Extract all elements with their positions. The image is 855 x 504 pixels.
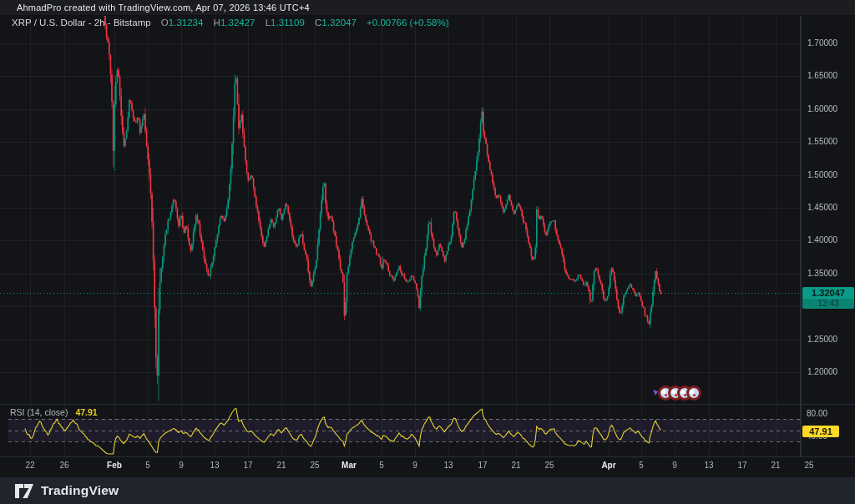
time-tick: 17 bbox=[478, 461, 487, 470]
tradingview-logo-icon[interactable] bbox=[15, 484, 33, 498]
emoji-stickers-group[interactable] bbox=[651, 384, 701, 404]
attribution-bar: AhmadPro created with TradingView.com, A… bbox=[0, 0, 855, 16]
time-tick: 25 bbox=[804, 461, 813, 470]
price-tick: 1.55000 bbox=[807, 137, 837, 146]
exchange[interactable]: Bitstamp bbox=[114, 18, 151, 28]
price-tick: 1.50000 bbox=[807, 170, 837, 179]
time-tick: 5 bbox=[639, 461, 644, 470]
last-price-label: 1.32047 13:43 bbox=[802, 287, 854, 309]
tradingview-brand-text[interactable]: TradingView bbox=[41, 483, 119, 498]
bar-countdown: 13:43 bbox=[802, 299, 854, 309]
time-tick: 13 bbox=[443, 461, 453, 470]
time-tick: 5 bbox=[145, 461, 150, 470]
time-tick: 17 bbox=[243, 461, 252, 470]
price-tick: 1.20000 bbox=[807, 367, 837, 376]
last-price-value: 1.32047 bbox=[802, 287, 854, 299]
price-tick: 1.70000 bbox=[807, 38, 837, 48]
change-value: +0.00766 (+0.58%) bbox=[367, 18, 448, 28]
time-tick-month: Feb bbox=[107, 461, 122, 470]
time-axis[interactable]: 2226Feb5913172125Mar5913172125Apr5913172… bbox=[0, 456, 801, 478]
rsi-params: (14, close) bbox=[27, 407, 68, 417]
time-tick: 9 bbox=[672, 461, 677, 470]
time-tick: 21 bbox=[276, 461, 286, 470]
price-tick: 1.65000 bbox=[807, 71, 837, 80]
price-tick: 1.25000 bbox=[807, 335, 837, 344]
price-tick: 1.40000 bbox=[807, 235, 837, 244]
emoji-stickers-svg bbox=[651, 384, 701, 404]
price-tick: 1.45000 bbox=[807, 203, 837, 212]
rsi-axis-tick: 80.00 bbox=[807, 409, 827, 418]
price-axis[interactable]: 1.700001.650001.600001.550001.500001.450… bbox=[801, 15, 855, 456]
tradingview-chart-window: AhmadPro created with TradingView.com, A… bbox=[0, 0, 855, 504]
time-tick: 17 bbox=[737, 461, 746, 470]
high-label: H bbox=[214, 18, 220, 28]
footer-bar: TradingView bbox=[0, 477, 855, 504]
low-value: 1.31109 bbox=[271, 18, 305, 28]
rsi-value-label: 47.91 bbox=[802, 426, 839, 437]
time-tick: 25 bbox=[544, 461, 554, 470]
price-tick: 1.60000 bbox=[807, 104, 837, 113]
rsi-title[interactable]: RSI bbox=[10, 407, 25, 417]
open-label: O bbox=[161, 18, 169, 28]
time-tick: 21 bbox=[511, 461, 520, 470]
time-tick: 9 bbox=[412, 461, 417, 470]
time-tick: 5 bbox=[379, 461, 384, 470]
time-tick: 21 bbox=[771, 461, 780, 470]
time-tick-month: Mar bbox=[341, 461, 357, 470]
price-tick: 1.35000 bbox=[807, 269, 837, 278]
time-tick-month: Apr bbox=[601, 461, 615, 470]
time-tick: 26 bbox=[59, 461, 68, 470]
time-tick: 13 bbox=[704, 461, 713, 470]
open-value: 1.31234 bbox=[169, 18, 204, 28]
rsi-legend[interactable]: RSI (14, close) 47.91 bbox=[10, 407, 98, 417]
time-tick: 9 bbox=[179, 461, 184, 470]
attribution-text: AhmadPro created with TradingView.com, A… bbox=[17, 3, 310, 13]
time-tick: 13 bbox=[210, 461, 219, 470]
high-value: 1.32427 bbox=[220, 18, 255, 28]
symbol-legend[interactable]: XRP / U.S. Dollar - 2h - Bitstamp O1.312… bbox=[12, 18, 449, 28]
rsi-value: 47.91 bbox=[75, 407, 97, 417]
close-value: 1.32047 bbox=[321, 18, 357, 28]
symbol-name[interactable]: XRP / U.S. Dollar bbox=[12, 18, 86, 28]
time-tick: 25 bbox=[310, 461, 319, 470]
interval[interactable]: 2h bbox=[94, 18, 105, 28]
time-tick: 22 bbox=[25, 461, 34, 470]
chart-canvas[interactable] bbox=[0, 0, 855, 504]
